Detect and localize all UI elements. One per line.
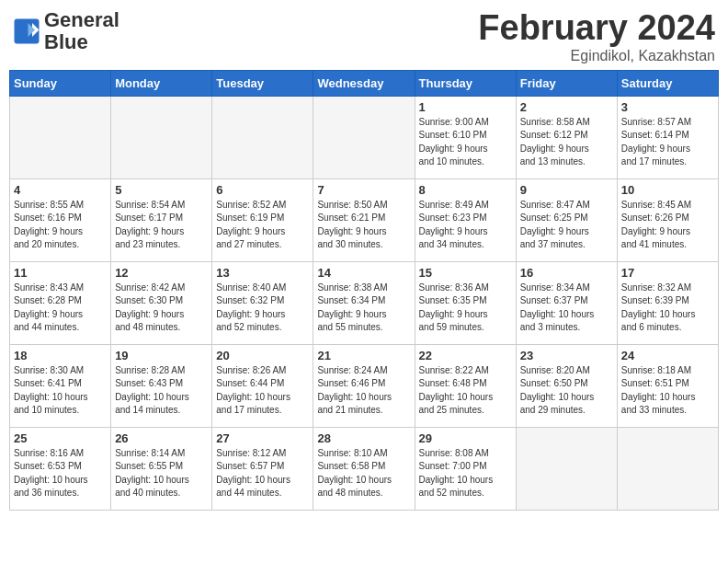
day-info: Sunrise: 8:55 AM Sunset: 6:16 PM Dayligh… (14, 199, 107, 252)
day-number: 2 (520, 100, 613, 114)
calendar-cell: 10Sunrise: 8:45 AM Sunset: 6:26 PM Dayli… (617, 178, 718, 261)
day-info: Sunrise: 8:49 AM Sunset: 6:23 PM Dayligh… (419, 199, 512, 252)
day-number: 7 (317, 183, 410, 197)
weekday-header-row: SundayMondayTuesdayWednesdayThursdayFrid… (10, 70, 719, 96)
day-number: 16 (520, 266, 613, 280)
calendar-cell: 2Sunrise: 8:58 AM Sunset: 6:12 PM Daylig… (516, 96, 617, 178)
day-info: Sunrise: 8:43 AM Sunset: 6:28 PM Dayligh… (14, 282, 107, 335)
day-number: 26 (115, 431, 208, 445)
day-number: 13 (216, 266, 309, 280)
calendar-cell: 1Sunrise: 9:00 AM Sunset: 6:10 PM Daylig… (415, 96, 516, 178)
calendar-cell: 15Sunrise: 8:36 AM Sunset: 6:35 PM Dayli… (415, 261, 516, 344)
day-info: Sunrise: 8:40 AM Sunset: 6:32 PM Dayligh… (216, 282, 309, 335)
day-info: Sunrise: 8:16 AM Sunset: 6:53 PM Dayligh… (14, 447, 107, 500)
calendar-week-0: 1Sunrise: 9:00 AM Sunset: 6:10 PM Daylig… (10, 96, 719, 178)
day-number: 24 (621, 349, 714, 362)
calendar-cell: 28Sunrise: 8:10 AM Sunset: 6:58 PM Dayli… (313, 427, 415, 510)
calendar-cell: 20Sunrise: 8:26 AM Sunset: 6:44 PM Dayli… (212, 344, 313, 427)
day-number: 19 (115, 349, 208, 362)
logo-icon (13, 17, 40, 45)
day-number: 20 (216, 349, 309, 362)
location-subtitle: Egindikol, Kazakhstan (478, 48, 715, 64)
calendar-week-1: 4Sunrise: 8:55 AM Sunset: 6:16 PM Daylig… (10, 178, 719, 261)
calendar-cell: 21Sunrise: 8:24 AM Sunset: 6:46 PM Dayli… (313, 344, 415, 427)
day-number: 25 (14, 431, 107, 445)
day-number: 10 (621, 183, 714, 197)
calendar-cell: 19Sunrise: 8:28 AM Sunset: 6:43 PM Dayli… (111, 344, 212, 427)
day-number: 11 (14, 266, 107, 280)
calendar-cell: 13Sunrise: 8:40 AM Sunset: 6:32 PM Dayli… (212, 261, 313, 344)
calendar-body: 1Sunrise: 9:00 AM Sunset: 6:10 PM Daylig… (10, 96, 719, 510)
day-info: Sunrise: 8:12 AM Sunset: 6:57 PM Dayligh… (216, 447, 309, 500)
day-number: 8 (419, 183, 512, 197)
month-year-title: February 2024 (478, 9, 715, 48)
calendar-cell: 5Sunrise: 8:54 AM Sunset: 6:17 PM Daylig… (111, 178, 212, 261)
calendar-cell: 26Sunrise: 8:14 AM Sunset: 6:55 PM Dayli… (111, 427, 212, 510)
weekday-header-monday: Monday (111, 70, 212, 96)
title-block: February 2024 Egindikol, Kazakhstan (478, 9, 715, 64)
calendar-cell: 29Sunrise: 8:08 AM Sunset: 7:00 PM Dayli… (415, 427, 516, 510)
day-info: Sunrise: 8:32 AM Sunset: 6:39 PM Dayligh… (621, 282, 714, 335)
day-info: Sunrise: 8:14 AM Sunset: 6:55 PM Dayligh… (115, 447, 208, 500)
day-number: 18 (14, 349, 107, 362)
day-number: 4 (14, 183, 107, 197)
day-number: 23 (520, 349, 613, 362)
day-info: Sunrise: 8:45 AM Sunset: 6:26 PM Dayligh… (621, 199, 714, 252)
day-info: Sunrise: 8:22 AM Sunset: 6:48 PM Dayligh… (419, 364, 512, 418)
calendar-cell (212, 96, 313, 178)
calendar-cell: 7Sunrise: 8:50 AM Sunset: 6:21 PM Daylig… (313, 178, 415, 261)
calendar-week-4: 25Sunrise: 8:16 AM Sunset: 6:53 PM Dayli… (10, 427, 719, 510)
calendar-cell (111, 96, 212, 178)
day-info: Sunrise: 8:54 AM Sunset: 6:17 PM Dayligh… (115, 199, 208, 252)
day-info: Sunrise: 8:38 AM Sunset: 6:34 PM Dayligh… (317, 282, 410, 335)
day-info: Sunrise: 8:08 AM Sunset: 7:00 PM Dayligh… (419, 447, 512, 500)
day-info: Sunrise: 8:20 AM Sunset: 6:50 PM Dayligh… (520, 364, 613, 418)
calendar-cell: 3Sunrise: 8:57 AM Sunset: 6:14 PM Daylig… (617, 96, 718, 178)
calendar-cell (516, 427, 617, 510)
day-info: Sunrise: 8:52 AM Sunset: 6:19 PM Dayligh… (216, 199, 309, 252)
calendar-header: SundayMondayTuesdayWednesdayThursdayFrid… (10, 70, 719, 96)
day-info: Sunrise: 8:42 AM Sunset: 6:30 PM Dayligh… (115, 282, 208, 335)
day-info: Sunrise: 8:36 AM Sunset: 6:35 PM Dayligh… (419, 282, 512, 335)
day-number: 3 (621, 100, 714, 114)
weekday-header-saturday: Saturday (617, 70, 718, 96)
calendar-cell: 22Sunrise: 8:22 AM Sunset: 6:48 PM Dayli… (415, 344, 516, 427)
calendar-cell: 11Sunrise: 8:43 AM Sunset: 6:28 PM Dayli… (10, 261, 111, 344)
calendar-cell: 8Sunrise: 8:49 AM Sunset: 6:23 PM Daylig… (415, 178, 516, 261)
calendar-cell: 6Sunrise: 8:52 AM Sunset: 6:19 PM Daylig… (212, 178, 313, 261)
calendar-week-2: 11Sunrise: 8:43 AM Sunset: 6:28 PM Dayli… (10, 261, 719, 344)
logo-text: General Blue (44, 9, 119, 53)
day-info: Sunrise: 8:58 AM Sunset: 6:12 PM Dayligh… (520, 116, 613, 169)
day-number: 29 (419, 431, 512, 445)
weekday-header-wednesday: Wednesday (313, 70, 415, 96)
calendar-cell: 23Sunrise: 8:20 AM Sunset: 6:50 PM Dayli… (516, 344, 617, 427)
weekday-header-sunday: Sunday (10, 70, 111, 96)
weekday-header-friday: Friday (516, 70, 617, 96)
calendar-cell: 16Sunrise: 8:34 AM Sunset: 6:37 PM Dayli… (516, 261, 617, 344)
day-number: 27 (216, 431, 309, 445)
day-info: Sunrise: 8:50 AM Sunset: 6:21 PM Dayligh… (317, 199, 410, 252)
day-info: Sunrise: 8:57 AM Sunset: 6:14 PM Dayligh… (621, 116, 714, 169)
day-number: 17 (621, 266, 714, 280)
calendar-cell: 14Sunrise: 8:38 AM Sunset: 6:34 PM Dayli… (313, 261, 415, 344)
calendar-cell: 18Sunrise: 8:30 AM Sunset: 6:41 PM Dayli… (10, 344, 111, 427)
calendar-cell (617, 427, 718, 510)
weekday-header-thursday: Thursday (415, 70, 516, 96)
day-number: 28 (317, 431, 410, 445)
day-info: Sunrise: 8:34 AM Sunset: 6:37 PM Dayligh… (520, 282, 613, 335)
day-number: 6 (216, 183, 309, 197)
calendar-table: SundayMondayTuesdayWednesdayThursdayFrid… (9, 70, 719, 511)
day-number: 21 (317, 349, 410, 362)
day-info: Sunrise: 8:47 AM Sunset: 6:25 PM Dayligh… (520, 199, 613, 252)
day-number: 1 (419, 100, 512, 114)
calendar-week-3: 18Sunrise: 8:30 AM Sunset: 6:41 PM Dayli… (10, 344, 719, 427)
calendar-cell (10, 96, 111, 178)
calendar-cell (313, 96, 415, 178)
calendar-cell: 4Sunrise: 8:55 AM Sunset: 6:16 PM Daylig… (10, 178, 111, 261)
day-number: 9 (520, 183, 613, 197)
calendar-cell: 25Sunrise: 8:16 AM Sunset: 6:53 PM Dayli… (10, 427, 111, 510)
day-number: 14 (317, 266, 410, 280)
day-info: Sunrise: 8:10 AM Sunset: 6:58 PM Dayligh… (317, 447, 410, 500)
day-info: Sunrise: 8:30 AM Sunset: 6:41 PM Dayligh… (14, 364, 107, 418)
day-info: Sunrise: 8:18 AM Sunset: 6:51 PM Dayligh… (621, 364, 714, 418)
